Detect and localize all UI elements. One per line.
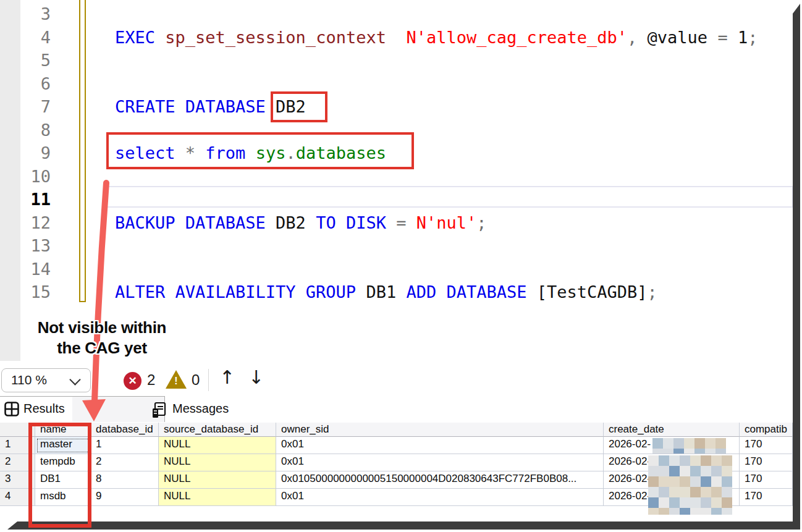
cell-database-id[interactable]: 2 [91, 454, 159, 471]
tab-messages-label: Messages [172, 402, 229, 416]
code-token: N'nul' [416, 213, 477, 232]
line-number: 8 [22, 120, 51, 141]
editor-glyph-margin [0, 0, 20, 361]
line-number-gutter: 3456789101112131415 [22, 0, 51, 361]
cell-source-database-id[interactable]: NULL [159, 471, 276, 489]
code-line-12[interactable]: BACKUP DATABASE DB2 TO DISK = N'nul'; [115, 213, 487, 234]
cell-compatibility[interactable]: 170 [740, 454, 793, 471]
zoom-level-dropdown[interactable]: 110 % [1, 368, 91, 392]
code-token [728, 28, 738, 47]
cell-owner-sid[interactable]: 0x0105000000000005150000004D020830643FC7… [276, 471, 604, 489]
code-token [707, 28, 717, 47]
code-token: ALTER AVAILABILITY GROUP [115, 282, 356, 302]
line-number: 12 [22, 213, 51, 234]
row-number[interactable]: 1 [0, 437, 35, 454]
tab-results[interactable]: Results [0, 396, 73, 422]
code-token [527, 282, 537, 302]
row-number[interactable]: 3 [0, 471, 35, 489]
line-number: 6 [22, 74, 51, 95]
grid-header-create_date[interactable]: create_date [604, 423, 740, 437]
cell-source-database-id[interactable]: NULL [159, 454, 276, 471]
grid-header-owner_sid[interactable]: owner_sid [276, 423, 604, 437]
code-token [406, 213, 416, 232]
code-token: * [185, 143, 195, 163]
chevron-down-icon [69, 374, 80, 385]
code-token [386, 28, 407, 47]
code-token: TO DISK [316, 213, 386, 232]
cell-name[interactable]: DB1 [35, 471, 91, 489]
code-token [175, 143, 185, 163]
line-number: 14 [22, 259, 51, 280]
line-number: 7 [22, 96, 51, 117]
code-token [306, 213, 316, 232]
query-editor[interactable]: 3456789101112131415 EXEC sp_set_session_… [0, 0, 793, 361]
tab-messages[interactable]: Messages [72, 396, 165, 422]
annotation-label: Not visible within the CAG yet [22, 318, 182, 358]
line-number: 11 [22, 189, 51, 210]
cell-compatibility[interactable]: 170 [740, 489, 793, 506]
redacted-pixelation [652, 438, 733, 454]
code-token: N'allow_cag_create_db' [406, 28, 627, 47]
cell-name[interactable]: tempdb [35, 454, 91, 471]
code-token [637, 28, 647, 47]
grid-header-row: namedatabase_idsource_database_idowner_s… [0, 423, 793, 437]
annotation-line1: Not visible within [22, 318, 182, 338]
cell-name[interactable]: master [35, 437, 91, 454]
code-token: ADD DATABASE [406, 282, 526, 302]
grid-header-source_database_id[interactable]: source_database_id [159, 423, 276, 437]
code-line-7[interactable]: CREATE DATABASE DB2 [115, 96, 306, 117]
grid-header-compatib[interactable]: compatib [740, 423, 793, 437]
code-token: [TestCAGDB] [537, 282, 648, 302]
redacted-pixelation [648, 455, 735, 515]
window-shadow-right [793, 4, 800, 529]
window-shadow-bottom [7, 521, 800, 530]
warning-icon[interactable]: ! [166, 370, 187, 389]
cell-owner-sid[interactable]: 0x01 [276, 454, 604, 471]
cell-owner-sid[interactable]: 0x01 [276, 489, 604, 506]
cell-owner-sid[interactable]: 0x01 [276, 437, 604, 454]
error-icon[interactable]: ✕ [124, 372, 141, 390]
code-token [266, 213, 276, 232]
code-token: select [115, 143, 175, 163]
next-error-button[interactable]: ↓ [248, 366, 264, 388]
cell-compatibility[interactable]: 170 [740, 437, 793, 454]
grid-header-name[interactable]: name [35, 423, 91, 437]
code-token: ; [476, 213, 486, 232]
code-token: , [627, 28, 637, 47]
cell-source-database-id[interactable]: NULL [159, 437, 276, 454]
code-token: . [285, 143, 295, 163]
code-line-15[interactable]: ALTER AVAILABILITY GROUP DB1 ADD DATABAS… [115, 282, 657, 303]
cell-name[interactable]: msdb [35, 489, 91, 506]
code-token: from [205, 143, 245, 163]
warning-count: 0 [192, 371, 200, 389]
line-number: 15 [22, 282, 51, 303]
warning-exclamation: ! [174, 376, 179, 387]
editor-status-bar: 110 % ✕ 2 ! 0 ↑ ↓ [0, 361, 793, 396]
code-token: CREATE DATABASE [115, 97, 266, 116]
code-token: sys [256, 143, 286, 163]
previous-error-button[interactable]: ↑ [219, 366, 235, 388]
grid-header-database_id[interactable]: database_id [91, 423, 159, 437]
cell-source-database-id[interactable]: NULL [159, 489, 276, 506]
annotation-line2: the CAG yet [22, 338, 182, 358]
cell-compatibility[interactable]: 170 [740, 471, 793, 489]
code-token [266, 97, 276, 116]
line-number: 13 [22, 235, 51, 256]
code-line-4[interactable]: EXEC sp_set_session_context N'allow_cag_… [115, 27, 758, 48]
ssms-window: 3456789101112131415 EXEC sp_set_session_… [0, 0, 802, 532]
line-number: 10 [22, 166, 51, 187]
toolbar-separator [208, 369, 209, 391]
grid-header-stub[interactable] [0, 423, 35, 437]
code-line-9[interactable]: select * from sys.databases [115, 143, 386, 164]
code-token: DB2 [276, 97, 306, 116]
line-number: 9 [22, 143, 51, 164]
cell-database-id[interactable]: 8 [91, 471, 159, 489]
code-token: databases [296, 143, 386, 163]
cell-database-id[interactable]: 9 [91, 489, 159, 506]
row-number[interactable]: 2 [0, 454, 35, 471]
code-token: @value [648, 28, 708, 47]
line-number: 3 [22, 4, 51, 25]
row-number[interactable]: 4 [0, 489, 35, 506]
error-count: 2 [147, 371, 155, 389]
cell-database-id[interactable]: 1 [91, 437, 159, 454]
